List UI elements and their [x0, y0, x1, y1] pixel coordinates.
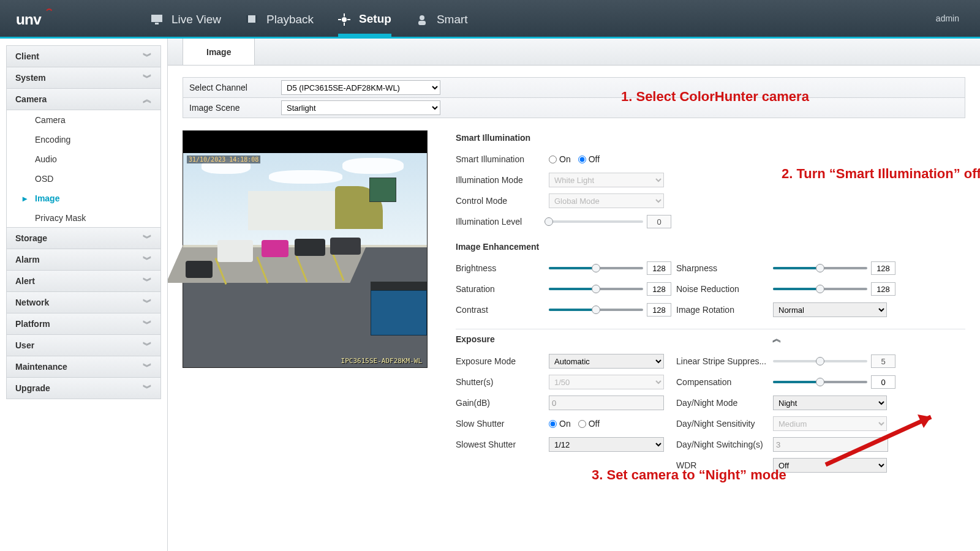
svg-rect-2: [155, 23, 159, 24]
sidebar-section-alert[interactable]: Alert︾: [6, 270, 161, 292]
wdr-select[interactable]: Off: [773, 458, 887, 473]
nav-label: Smart: [437, 13, 468, 26]
smart-illumination-label: Smart Illumination: [456, 154, 549, 164]
compensation-value[interactable]: [871, 375, 895, 389]
sidebar-item-camera[interactable]: Camera: [7, 110, 160, 130]
smart-illumination-radio-group[interactable]: On Off: [549, 154, 607, 164]
svg-rect-5: [255, 15, 257, 23]
day-night-switching-input: [773, 437, 888, 452]
sidebar-item-privacy-mask[interactable]: Privacy Mask: [7, 208, 160, 228]
smart-illumination-heading: Smart Illumination: [456, 133, 965, 143]
select-channel-label: Select Channel: [183, 83, 281, 92]
day-night-mode-label: Day/Night Mode: [676, 398, 773, 408]
sidebar-section-network[interactable]: Network︾: [6, 291, 161, 313]
compensation-slider[interactable]: [773, 381, 867, 383]
svg-point-11: [420, 15, 424, 20]
chevron-down-icon: ︾: [143, 67, 152, 89]
brightness-slider[interactable]: [549, 267, 643, 269]
sidebar-section-platform[interactable]: Platform︾: [6, 313, 161, 335]
saturation-slider[interactable]: [549, 288, 643, 290]
svg-text:unv: unv: [16, 11, 42, 28]
top-bar: unv Live View Playback Setup Smart admin: [0, 0, 980, 39]
sidebar-section-maintenance[interactable]: Maintenance︾: [6, 356, 161, 378]
nav-label: Setup: [359, 12, 391, 26]
noise-reduction-slider[interactable]: [773, 288, 867, 290]
shutter-label: Shutter(s): [456, 377, 549, 387]
svg-rect-9: [338, 19, 341, 20]
image-scene-select[interactable]: Starlight: [281, 100, 440, 115]
slow-shutter-label: Slow Shutter: [456, 419, 549, 429]
camera-preview: 31/10/2023 14:18:08 IPC3615SE-ADF28KM-WL: [183, 130, 429, 476]
sidebar-section-user[interactable]: User︾: [6, 334, 161, 356]
illumination-level-value: [647, 215, 671, 228]
brightness-label: Brightness: [456, 263, 549, 273]
noise-reduction-label: Noise Reduction: [676, 284, 773, 294]
contrast-label: Contrast: [456, 305, 549, 315]
preview-timestamp: 31/10/2023 14:18:08: [187, 156, 260, 163]
chevron-down-icon: ︾: [143, 227, 152, 249]
slowest-shutter-label: Slowest Shutter: [456, 440, 549, 449]
exposure-mode-select[interactable]: Automatic: [549, 354, 664, 369]
panel-tab-bar: Image: [168, 39, 980, 66]
day-night-sensitivity-select: Medium: [773, 416, 887, 431]
svg-rect-10: [347, 19, 350, 20]
annotation-2: 2. Turn “Smart Illumination” off: [782, 166, 980, 182]
chevron-up-icon[interactable]: ︽: [772, 333, 782, 345]
gear-icon: [338, 13, 350, 24]
illumination-mode-label: Illumination Mode: [456, 175, 549, 185]
sidebar-item-osd[interactable]: OSD: [7, 169, 160, 189]
nav-smart[interactable]: Smart: [416, 2, 468, 35]
nav-setup[interactable]: Setup: [338, 2, 391, 37]
gain-input: [549, 395, 664, 410]
day-night-mode-select[interactable]: Night: [773, 395, 887, 410]
nav-label: Playback: [266, 13, 314, 26]
image-scene-label: Image Scene: [183, 103, 281, 113]
nav-playback[interactable]: Playback: [246, 2, 314, 35]
tab-image[interactable]: Image: [183, 39, 255, 65]
sidebar-section-system[interactable]: System︾: [6, 67, 161, 89]
chevron-down-icon: ︾: [143, 291, 152, 313]
noise-reduction-value[interactable]: [871, 282, 895, 296]
linear-stripe-slider: [773, 360, 867, 362]
exposure-heading: Exposure ︽: [456, 329, 965, 345]
gain-label: Gain(dB): [456, 398, 549, 408]
linear-stripe-value: [871, 354, 895, 368]
sidebar-section-client[interactable]: Client︾: [6, 45, 161, 67]
contrast-value[interactable]: [647, 303, 671, 317]
image-enhancement-heading: Image Enhancement: [456, 242, 965, 252]
svg-rect-12: [418, 21, 426, 25]
person-icon: [416, 14, 428, 25]
select-channel[interactable]: D5 (IPC3615SE-ADF28KM-WL): [281, 80, 440, 95]
image-rotation-select[interactable]: Normal: [773, 302, 887, 317]
saturation-label: Saturation: [456, 284, 549, 294]
sharpness-slider[interactable]: [773, 267, 867, 269]
chevron-down-icon: ︾: [143, 249, 152, 271]
brightness-value[interactable]: [647, 261, 671, 275]
sidebar-item-encoding[interactable]: Encoding: [7, 130, 160, 149]
slowest-shutter-select[interactable]: 1/12: [549, 437, 664, 452]
sidebar-item-audio[interactable]: Audio: [7, 149, 160, 169]
day-night-switching-label: Day/Night Switching(s): [676, 440, 773, 449]
sharpness-value[interactable]: [871, 261, 895, 275]
chevron-up-icon: ︽: [143, 88, 152, 110]
svg-point-6: [342, 17, 347, 22]
sharpness-label: Sharpness: [676, 263, 773, 273]
current-user[interactable]: admin: [936, 13, 964, 23]
sidebar-section-camera[interactable]: Camera︽: [6, 88, 161, 110]
chevron-down-icon: ︾: [143, 334, 152, 356]
sidebar-section-storage[interactable]: Storage︾: [6, 227, 161, 249]
svg-rect-7: [344, 13, 345, 17]
sidebar-section-upgrade[interactable]: Upgrade︾: [6, 377, 161, 399]
chevron-down-icon: ︾: [143, 45, 152, 67]
nav-live-view[interactable]: Live View: [151, 2, 221, 35]
saturation-value[interactable]: [647, 282, 671, 296]
svg-rect-1: [151, 15, 162, 22]
sidebar-item-image[interactable]: Image: [7, 189, 160, 208]
contrast-slider[interactable]: [549, 309, 643, 311]
top-nav: Live View Playback Setup Smart: [151, 2, 468, 35]
sidebar: Client︾System︾Camera︽CameraEncodingAudio…: [0, 39, 168, 551]
sidebar-section-alarm[interactable]: Alarm︾: [6, 249, 161, 271]
linear-stripe-label: Linear Stripe Suppres...: [676, 356, 773, 366]
preview-model-overlay: IPC3615SE-ADF28KM-WL: [341, 357, 422, 365]
slow-shutter-radio-group[interactable]: On Off: [549, 419, 607, 429]
